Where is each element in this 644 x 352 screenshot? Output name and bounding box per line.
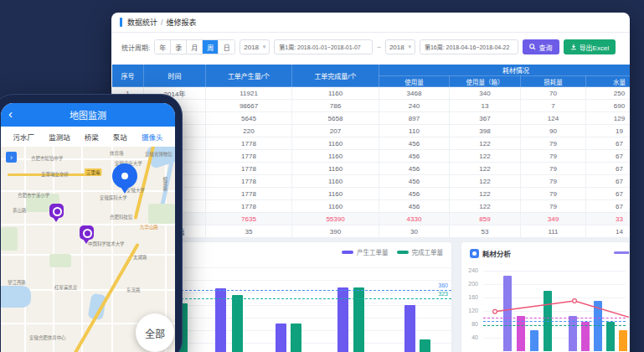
y-axis-tick: 160 bbox=[461, 294, 478, 300]
year-from-select[interactable]: 2018▾ bbox=[240, 39, 270, 54]
table-cell: 14 bbox=[586, 225, 631, 238]
charts-area: 产生工单量完成工单量 360323 耗材分析 2402001601208040 bbox=[111, 237, 630, 352]
table-cell: 1160 bbox=[292, 200, 379, 213]
period-option[interactable]: 周 bbox=[203, 40, 219, 54]
table-cell: 53 bbox=[450, 225, 521, 238]
table-header: 序号时间工单产生量/个工单完成量/个耗材情况使用量使用量（箱）损耗量水量 bbox=[112, 65, 631, 87]
range-to-input[interactable]: 第16周: 2018-04-16~2018-04-22 bbox=[420, 39, 518, 54]
table-row: 12014年119211160346834070250 bbox=[112, 87, 631, 100]
report-table: 序号时间工单产生量/个工单完成量/个耗材情况使用量使用量（箱）损耗量水量 120… bbox=[111, 64, 630, 238]
map-place-label: 合肥市琥珀中学 bbox=[31, 155, 63, 161]
legend-line bbox=[614, 251, 630, 254]
table-cell: 5658 bbox=[292, 112, 379, 125]
table-cell: 129 bbox=[586, 112, 631, 125]
map-place-label: 安徽合肥体育中心 bbox=[29, 334, 66, 340]
table-cell: 1160 bbox=[292, 163, 379, 175]
y-axis-tick: 200 bbox=[461, 281, 478, 287]
table-cell: 122 bbox=[450, 150, 521, 163]
table-cell: 250 bbox=[586, 87, 631, 100]
phone-tab[interactable]: 泵站 bbox=[113, 132, 127, 142]
bar-completed bbox=[232, 295, 243, 352]
table-cell: 1778 bbox=[206, 188, 292, 200]
table-cell: 111 bbox=[521, 225, 586, 238]
year-to-select[interactable]: 2018▾ bbox=[385, 39, 415, 54]
back-icon[interactable]: ‹ bbox=[8, 106, 13, 121]
table-cell: 67 bbox=[586, 137, 631, 150]
table-cell: 67 bbox=[586, 188, 631, 200]
table-row: 177811604561227967 bbox=[112, 188, 631, 200]
column-header: 工单产生量/个 bbox=[206, 65, 292, 87]
period-option[interactable]: 季 bbox=[171, 40, 187, 54]
table-cell: 1160 bbox=[292, 175, 379, 188]
breadcrumb-section[interactable]: 数据统计 bbox=[127, 17, 157, 28]
map-all-button[interactable]: 全部 bbox=[136, 313, 174, 352]
export-excel-button[interactable]: 导出Excel bbox=[564, 39, 616, 54]
table-row: 56455658897367124129 bbox=[112, 112, 631, 125]
legend-dash bbox=[397, 251, 409, 254]
period-option[interactable]: 月 bbox=[187, 40, 203, 54]
phone-tab[interactable]: 桥梁 bbox=[85, 132, 99, 142]
bar bbox=[581, 322, 590, 351]
phone-tab[interactable]: 摄像头 bbox=[142, 132, 163, 142]
range-from-input[interactable]: 第1周: 2018-01-01~2018-01-07 bbox=[274, 39, 373, 54]
period-option[interactable]: 日 bbox=[219, 40, 234, 54]
road-name-badge: 三里庵 bbox=[85, 168, 101, 176]
location-pin-marker[interactable] bbox=[112, 163, 137, 189]
legend-item: 完成工单量 bbox=[397, 247, 444, 256]
table-cell: 1778 bbox=[206, 200, 292, 213]
sub-column-header: 使用量 bbox=[379, 76, 450, 87]
table-cell: 398 bbox=[450, 125, 521, 137]
table-header-row: 序号时间工单产生量/个工单完成量/个耗材情况 bbox=[112, 65, 631, 76]
map-place-label: 红星美凯龙 bbox=[54, 284, 77, 290]
table-row: 177811604561227967 bbox=[112, 137, 631, 150]
table-cell: 456 bbox=[379, 188, 450, 200]
sub-column-header: 使用量（箱） bbox=[450, 76, 521, 87]
map-place-label: 东流路 bbox=[126, 287, 140, 292]
chart-title: 耗材分析 bbox=[470, 248, 511, 258]
table-cell: 122 bbox=[450, 188, 521, 200]
table-row: 98667786240137690 bbox=[112, 100, 631, 112]
table-cell: 55390 bbox=[292, 213, 379, 225]
table-body: 12014年1192111603468340702509866778624013… bbox=[112, 87, 631, 238]
legend-dash bbox=[342, 251, 353, 254]
table-cell: 3468 bbox=[379, 87, 450, 100]
map-place-label: 安徽大学 bbox=[126, 187, 145, 193]
table-cell: 897 bbox=[379, 112, 450, 125]
map-park bbox=[49, 254, 71, 267]
column-header: 序号 bbox=[112, 65, 144, 87]
map-place-label: 合肥科技馆 bbox=[110, 214, 132, 220]
range-separator: ~ bbox=[377, 44, 381, 51]
camera-marker[interactable] bbox=[49, 204, 64, 218]
table-cell: 110 bbox=[379, 125, 450, 137]
map-road bbox=[81, 147, 83, 352]
table-cell: 122 bbox=[450, 163, 521, 175]
map-place-label: 黄山路 bbox=[13, 207, 26, 213]
phone-tab[interactable]: 监测站 bbox=[49, 132, 70, 142]
table-cell: 1778 bbox=[206, 175, 292, 188]
bar bbox=[619, 330, 627, 351]
table-row: 2202071103989019 bbox=[112, 125, 631, 137]
chevron-down-icon: ▾ bbox=[263, 44, 266, 50]
map-road bbox=[53, 147, 54, 352]
table-cell: 13 bbox=[450, 100, 521, 112]
table-cell: 1160 bbox=[292, 87, 379, 100]
table-cell: 11921 bbox=[206, 87, 292, 100]
report-window: 数据统计 / 维修报表 统计周期: 年季月周日 2018▾ 第1周: 2018-… bbox=[111, 13, 630, 352]
table-cell: 79 bbox=[521, 163, 586, 175]
table-cell: 456 bbox=[379, 163, 450, 175]
reference-line bbox=[483, 321, 626, 322]
table-cell: 7635 bbox=[206, 213, 292, 225]
camera-marker-tail bbox=[53, 217, 59, 222]
table-cell: 7 bbox=[521, 100, 586, 112]
map-expand-button[interactable]: › bbox=[6, 152, 17, 163]
camera-marker[interactable] bbox=[80, 225, 94, 240]
map-place-label: 体育场 bbox=[110, 150, 123, 156]
map-view[interactable]: › 三里庵 全部 合肥市琥珀中学体育场安徽农业大学安徽省博物馆五里墩立交桥桐城路… bbox=[1, 147, 175, 352]
period-option[interactable]: 年 bbox=[155, 40, 171, 54]
search-button[interactable]: 查询 bbox=[523, 39, 559, 54]
phone-tab[interactable]: 污水厂 bbox=[13, 132, 35, 142]
table-row: 177811604561227967 bbox=[112, 200, 631, 213]
table-cell: 456 bbox=[379, 200, 450, 213]
table-cell: 67 bbox=[586, 200, 631, 213]
reference-line bbox=[483, 325, 626, 326]
